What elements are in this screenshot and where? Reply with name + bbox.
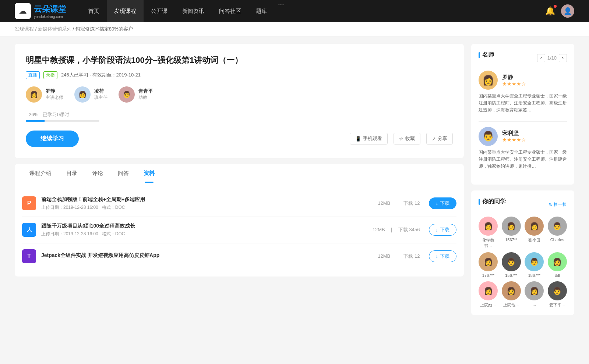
- classmate-2: 👩 1567**: [502, 217, 521, 249]
- share-button[interactable]: ↗ 分享: [426, 133, 453, 144]
- tab-catalog[interactable]: 目录: [59, 164, 85, 183]
- nav-discover[interactable]: 发现课程: [107, 0, 144, 22]
- teachers-section-title: 名师: [479, 51, 494, 59]
- teacher-3-avatar: 👨: [119, 86, 135, 103]
- sidebar-teacher-2-stars: ★★★★☆: [502, 137, 567, 143]
- teachers-sidebar-header: 名师 ‹ 1/10 ›: [479, 51, 567, 65]
- tab-intro[interactable]: 课程介绍: [22, 164, 59, 183]
- breadcrumb-home[interactable]: 发现课程: [15, 26, 34, 32]
- resource-stats-2: 12MB ｜ 下载 3456: [371, 226, 422, 233]
- notification-bell[interactable]: 🔔: [545, 6, 555, 16]
- nav-news[interactable]: 新闻资讯: [175, 0, 212, 22]
- collect-button[interactable]: ☆ 收藏: [394, 133, 420, 144]
- classmate-1-avatar: 👩: [479, 217, 498, 236]
- course-card: 明星中教授课，小学阶段语法100分–强化级第1讲动词（一） 直播 录播 246人…: [15, 44, 464, 158]
- nav-quiz[interactable]: 题库: [248, 0, 274, 22]
- classmate-7: 👨 1867**: [525, 252, 544, 278]
- resource-item-1: P 前端全栈加强版！前端全栈+全周期+多端应用 上传日期：2019-12-28 …: [22, 190, 456, 217]
- sidebar-teacher-1-avatar: 👩: [479, 71, 498, 90]
- sidebar-teacher-2-desc: 国内某重点大学安全工程专业硕士，国家一级注册消防工程师、注册安全工程师、注册建造…: [479, 149, 567, 170]
- tab-reviews[interactable]: 评论: [85, 164, 110, 183]
- course-actions: 继续学习 📱 手机观看 ☆ 收藏 ↗ 分享: [26, 131, 453, 147]
- classmate-12-avatar: 👨: [548, 281, 567, 300]
- progress-sublabel: 已学习0课时: [43, 112, 69, 117]
- share-icon: ↗: [432, 136, 436, 142]
- mobile-icon: 📱: [355, 136, 361, 142]
- teacher-2-role: 班主任: [94, 94, 107, 101]
- resource-stats-3: 12MB ｜ 下载 12: [376, 253, 421, 260]
- classmate-12-name: 云下平…: [549, 302, 565, 308]
- tab-content: P 前端全栈加强版！前端全栈+全周期+多端应用 上传日期：2019-12-28 …: [15, 183, 464, 276]
- teacher-3: 👨 青青平 助教: [119, 86, 153, 103]
- nav-public[interactable]: 公开课: [144, 0, 175, 22]
- resource-title-2: 跟随千万级项目从0到100全过程高效成长: [41, 223, 371, 229]
- continue-learning-button[interactable]: 继续学习: [26, 131, 79, 147]
- classmate-4-avatar: 👨: [548, 217, 567, 236]
- classmate-9-avatar: 👩: [479, 281, 498, 300]
- course-title: 明星中教授课，小学阶段语法100分–强化级第1讲动词（一）: [26, 55, 453, 66]
- classmate-5: 👩 1767**: [479, 252, 498, 278]
- tabs-card: 课程介绍 目录 评论 问答 资料 P 前端全栈加强版！前端全栈+全周期+多端应用…: [15, 164, 464, 276]
- resource-icon-2: 人: [22, 223, 36, 237]
- cloud-icon: ☁: [19, 6, 27, 16]
- classmate-6-avatar: 👨: [502, 252, 521, 271]
- classmate-8-name: Bill: [554, 273, 560, 278]
- classmate-5-name: 1767**: [482, 273, 494, 278]
- download-button-2[interactable]: ↓ 下载: [429, 224, 457, 236]
- prev-teacher-button[interactable]: ‹: [537, 54, 545, 62]
- mobile-view-button[interactable]: 📱 手机观看: [350, 133, 388, 144]
- resource-meta-2: 上传日期：2019-12-28 16:00 格式：DOC: [41, 231, 371, 237]
- progress-bar-fill: [26, 120, 45, 122]
- classmate-2-name: 1567**: [505, 238, 517, 242]
- teacher-2-name: 凌荷: [94, 88, 107, 94]
- tab-resources[interactable]: 资料: [136, 164, 162, 183]
- teacher-2: 👩 凌荷 班主任: [74, 86, 107, 103]
- teachers-pagination: ‹ 1/10 ›: [537, 54, 567, 62]
- classmate-4-name: Charles: [550, 238, 564, 242]
- download-icon-1: ↓: [436, 201, 438, 206]
- logo-icon: ☁: [15, 3, 31, 19]
- course-info: 246人已学习 · 有效期至：2019-10-21: [61, 72, 141, 78]
- next-teacher-button[interactable]: ›: [559, 54, 567, 62]
- nav-qa[interactable]: 问答社区: [212, 0, 248, 22]
- sidebar-teacher-1-name: 罗静: [502, 74, 567, 81]
- logo-sub: yundoketang.com: [34, 15, 66, 19]
- sidebar-teacher-1: 👩 罗静 ★★★★☆ 国内某重点大学安全工程专业硕士，国家一级注册消防工程师、注…: [479, 71, 567, 114]
- breadcrumb-current: 销冠修炼术搞定80%的客户: [75, 26, 133, 32]
- action-buttons: 📱 手机观看 ☆ 收藏 ↗ 分享: [350, 133, 453, 144]
- classmate-3: 👩 张小田: [525, 217, 544, 249]
- sidebar: 名师 ‹ 1/10 › 👩 罗静 ★★★★☆ 国内某重点大学安全工程专业硕士: [471, 44, 574, 321]
- classmate-5-avatar: 👩: [479, 252, 498, 271]
- classmate-9-name: 上院她…: [480, 302, 496, 308]
- sidebar-teacher-1-header: 👩 罗静 ★★★★☆: [479, 71, 567, 90]
- refresh-icon: ↻: [549, 202, 553, 207]
- content-area: 明星中教授课，小学阶段语法100分–强化级第1讲动词（一） 直播 录播 246人…: [15, 44, 464, 321]
- classmates-sidebar-card: 你的同学 ↻ 换一换 👩 化学教书… 👩 1567** 👩: [471, 190, 574, 315]
- star-icon: ☆: [399, 136, 403, 142]
- classmate-10: 👩 上院他…: [502, 281, 521, 308]
- classmate-6-name: 1567**: [505, 273, 517, 278]
- sidebar-teacher-2-avatar: 👨: [479, 127, 498, 146]
- sidebar-teacher-1-stars: ★★★★☆: [502, 81, 567, 87]
- breadcrumb-series[interactable]: 新媒体营销系列: [38, 26, 71, 32]
- refresh-classmates-button[interactable]: ↻ 换一换: [549, 201, 567, 208]
- logo[interactable]: ☁ 云朵课堂 yundoketang.com: [15, 3, 66, 19]
- user-avatar[interactable]: 👤: [561, 4, 574, 18]
- teacher-3-name: 青青平: [138, 88, 153, 94]
- progress-label: 26% 已学习0课时: [26, 111, 453, 118]
- nav-more[interactable]: ···: [274, 0, 288, 22]
- download-button-3[interactable]: ↓ 下载: [429, 250, 457, 262]
- tab-qa[interactable]: 问答: [110, 164, 136, 183]
- nav-right: 🔔 👤: [545, 4, 574, 18]
- progress-bar-bg: [26, 120, 99, 122]
- sidebar-teacher-2-header: 👨 宋利坚 ★★★★☆: [479, 127, 567, 146]
- classmate-1: 👩 化学教书…: [479, 217, 498, 249]
- classmate-12: 👨 云下平…: [548, 281, 567, 308]
- breadcrumb: 发现课程 / 新媒体营销系列 / 销冠修炼术搞定80%的客户: [0, 22, 589, 36]
- sidebar-teacher-2-info: 宋利坚 ★★★★☆: [502, 130, 567, 143]
- classmate-4: 👨 Charles: [548, 217, 567, 249]
- classmate-10-avatar: 👩: [502, 281, 521, 300]
- nav-home[interactable]: 首页: [81, 0, 107, 22]
- classmate-11: 👩 ...: [525, 281, 544, 308]
- download-button-1[interactable]: ↓ 下载: [429, 197, 457, 209]
